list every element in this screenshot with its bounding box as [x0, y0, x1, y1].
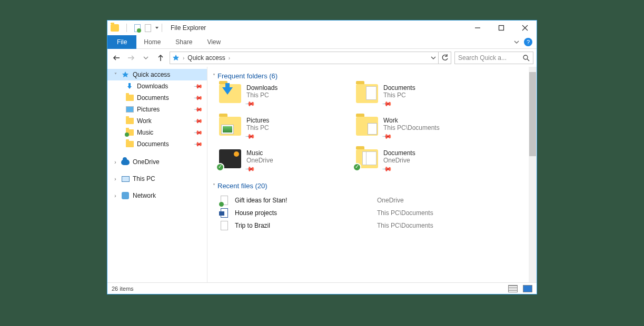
sync-badge-icon	[216, 163, 224, 171]
recent-locations-button[interactable]	[140, 52, 152, 64]
content-pane: ˅ Frequent folders (6) Downloads This PC…	[207, 67, 537, 282]
forward-button[interactable]	[125, 52, 137, 64]
back-button[interactable]	[111, 52, 122, 64]
chevron-down-icon	[143, 55, 148, 60]
navigation-bar: › Quick access › Search Quick a...	[107, 49, 537, 67]
maximize-icon	[498, 25, 504, 31]
svg-line-9	[527, 59, 529, 61]
pin-icon: 📌	[193, 139, 203, 149]
item-count: 26 items	[112, 286, 134, 292]
pin-icon: 📌	[193, 81, 203, 91]
pin-icon: 📌	[382, 131, 393, 142]
separator	[162, 24, 162, 32]
sidebar-item-downloads[interactable]: Downloads 📌	[107, 80, 207, 92]
expand-toggle-icon[interactable]: ›	[113, 193, 118, 199]
status-bar: 26 items	[107, 282, 537, 294]
details-view-button[interactable]	[508, 285, 518, 292]
breadcrumb-caret-icon[interactable]: ›	[183, 55, 184, 61]
tab-share[interactable]: Share	[168, 35, 200, 49]
close-button[interactable]	[513, 21, 537, 35]
pin-icon: 📌	[382, 98, 393, 109]
sidebar-item-documents-2[interactable]: Documents 📌	[107, 138, 207, 150]
pin-icon: 📌	[193, 116, 203, 126]
svg-rect-11	[128, 83, 131, 86]
pin-icon: 📌	[245, 98, 256, 109]
word-file-icon	[219, 208, 230, 218]
navigation-pane: ˅ Quick access Downloads 📌 Documents 📌	[107, 67, 207, 282]
svg-marker-10	[122, 72, 128, 77]
address-dropdown-icon[interactable]	[431, 55, 436, 60]
frequent-folder-work[interactable]: Work This PC\Documents 📌	[356, 117, 514, 140]
breadcrumb-current[interactable]: Quick access	[187, 54, 225, 62]
svg-marker-12	[127, 86, 132, 89]
sidebar-quick-access[interactable]: ˅ Quick access	[107, 69, 207, 80]
tab-home[interactable]: Home	[136, 35, 168, 49]
frequent-folder-music[interactable]: Music OneDrive 📌	[219, 149, 356, 172]
breadcrumb-caret-icon[interactable]: ›	[229, 55, 230, 61]
minimize-icon	[474, 25, 481, 31]
scrollbar-thumb[interactable]	[529, 72, 536, 156]
titlebar: File Explorer	[107, 21, 537, 35]
sidebar-item-music[interactable]: Music 📌	[107, 127, 207, 138]
sidebar-item-documents[interactable]: Documents 📌	[107, 92, 207, 104]
quick-access-star-icon	[121, 70, 130, 79]
frequent-folder-documents[interactable]: Documents This PC 📌	[356, 84, 514, 107]
chevron-down-icon: ˅	[213, 73, 215, 79]
recent-file-row[interactable]: Gift ideas for Stan! OneDrive	[219, 194, 537, 207]
onedrive-icon	[121, 158, 130, 166]
search-icon	[523, 55, 530, 62]
explorer-icon	[111, 24, 119, 32]
sidebar-item-work[interactable]: Work 📌	[107, 115, 207, 127]
folder-icon	[125, 117, 134, 125]
folder-onedrive-docs-icon	[356, 149, 378, 168]
qat-customize-icon[interactable]	[155, 27, 158, 29]
maximize-button[interactable]	[489, 21, 513, 35]
svg-point-8	[523, 55, 528, 59]
folder-music-icon	[219, 149, 241, 168]
frequent-folder-documents-onedrive[interactable]: Documents OneDrive 📌	[356, 149, 514, 172]
sidebar-network[interactable]: › Network	[107, 190, 207, 201]
address-bar[interactable]: › Quick access ›	[170, 52, 439, 64]
download-icon	[125, 82, 134, 90]
folder-pictures-icon	[219, 117, 241, 136]
frequent-folder-pictures[interactable]: Pictures This PC 📌	[219, 117, 356, 140]
tab-file[interactable]: File	[107, 35, 136, 49]
expand-toggle-icon[interactable]: ›	[113, 159, 118, 165]
up-button[interactable]	[155, 52, 166, 64]
folder-icon	[125, 140, 134, 148]
ribbon-expand-icon[interactable]	[513, 39, 520, 45]
sidebar-this-pc[interactable]: › This PC	[107, 173, 207, 185]
up-arrow-icon	[156, 54, 165, 62]
qat-properties-icon[interactable]	[134, 24, 141, 32]
sidebar-onedrive[interactable]: › OneDrive	[107, 156, 207, 168]
network-icon	[121, 191, 130, 200]
recent-file-row[interactable]: House projects This PC\Documents	[219, 207, 537, 219]
svg-rect-1	[499, 26, 503, 30]
folder-documents-icon	[356, 84, 378, 103]
file-icon	[219, 196, 230, 205]
file-icon	[219, 221, 230, 230]
help-button[interactable]: ?	[524, 38, 532, 46]
expand-toggle-icon[interactable]: ˅	[113, 72, 118, 78]
section-frequent-header[interactable]: ˅ Frequent folders (6)	[213, 72, 537, 80]
pictures-icon	[125, 105, 134, 114]
music-folder-icon	[125, 128, 134, 137]
tab-view[interactable]: View	[200, 35, 228, 49]
large-icons-view-button[interactable]	[523, 285, 532, 292]
this-pc-icon	[121, 175, 130, 183]
search-placeholder: Search Quick a...	[458, 54, 520, 62]
search-box[interactable]: Search Quick a...	[454, 52, 533, 64]
pin-icon: 📌	[245, 131, 256, 142]
frequent-folder-downloads[interactable]: Downloads This PC 📌	[219, 84, 356, 107]
expand-toggle-icon[interactable]: ›	[113, 176, 118, 182]
chevron-down-icon: ˅	[213, 183, 215, 189]
section-recent-header[interactable]: ˅ Recent files (20)	[213, 182, 537, 190]
minimize-button[interactable]	[465, 21, 489, 35]
quick-access-star-icon	[172, 54, 180, 62]
window-title: File Explorer	[171, 24, 206, 32]
qat-newfolder-icon[interactable]	[145, 24, 151, 32]
sidebar-item-pictures[interactable]: Pictures 📌	[107, 104, 207, 115]
recent-file-row[interactable]: Trip to Brazil This PC\Documents	[219, 219, 537, 232]
refresh-button[interactable]	[439, 52, 451, 64]
back-arrow-icon	[112, 54, 121, 62]
